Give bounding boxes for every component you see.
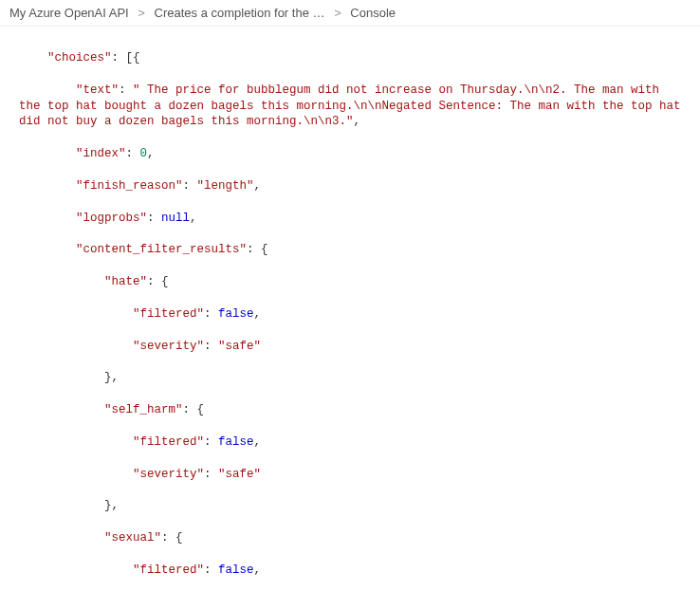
- json-bool-value: false: [218, 435, 254, 449]
- json-punct: :: [204, 468, 218, 481]
- json-string-value: "length": [197, 179, 254, 193]
- json-null-value: null: [161, 212, 190, 225]
- json-response: "choices": [{ "text": " The price for bu…: [9, 32, 691, 591]
- json-key: "severity": [133, 468, 204, 481]
- json-key: "logprobs": [76, 212, 147, 225]
- json-punct: : {: [183, 403, 205, 416]
- json-key: "filtered": [133, 563, 204, 577]
- json-punct: :: [183, 179, 197, 193]
- json-punct: ,: [254, 563, 262, 577]
- json-key: "severity": [133, 340, 204, 353]
- json-punct: :: [126, 147, 140, 160]
- json-key: "choices": [47, 51, 112, 65]
- json-number-value: 0: [140, 147, 148, 160]
- json-punct: },: [104, 371, 119, 384]
- json-punct: :: [147, 212, 161, 225]
- json-punct: :: [119, 83, 133, 97]
- breadcrumb-item-console[interactable]: Console: [350, 6, 396, 20]
- json-punct: :: [204, 435, 218, 449]
- json-key: "sexual": [104, 531, 161, 545]
- json-key: "index": [76, 147, 126, 160]
- breadcrumb-item-operation[interactable]: Creates a completion for the …: [155, 6, 325, 20]
- json-key: "filtered": [133, 435, 204, 449]
- json-punct: :: [204, 563, 218, 577]
- json-punct: : {: [147, 275, 169, 288]
- breadcrumb-item-api[interactable]: My Azure OpenAI API: [9, 6, 129, 20]
- json-key: "content_filter_results": [76, 243, 247, 256]
- json-punct: :: [204, 340, 218, 353]
- json-string-value: "safe": [218, 468, 261, 481]
- json-punct: ,: [254, 435, 262, 449]
- json-punct: :: [204, 307, 218, 321]
- json-key: "filtered": [133, 307, 204, 321]
- json-punct: : {: [247, 243, 268, 256]
- breadcrumb-sep: >: [334, 6, 341, 20]
- json-punct: : {: [161, 531, 183, 545]
- json-key: "hate": [104, 275, 147, 288]
- json-punct: ,: [147, 147, 155, 160]
- json-punct: : [{: [112, 51, 140, 65]
- json-punct: },: [104, 499, 119, 512]
- json-bool-value: false: [218, 563, 254, 577]
- json-string-value: "safe": [218, 340, 261, 353]
- breadcrumb-sep: >: [138, 6, 145, 20]
- json-key: "finish_reason": [76, 179, 183, 193]
- json-punct: ,: [354, 115, 361, 128]
- json-punct: ,: [190, 212, 197, 225]
- response-panel: "choices": [{ "text": " The price for bu…: [0, 27, 700, 591]
- json-bool-value: false: [218, 307, 254, 321]
- json-punct: ,: [254, 179, 262, 193]
- json-key: "self_harm": [104, 403, 183, 416]
- json-key: "text": [76, 83, 119, 97]
- json-punct: ,: [254, 307, 262, 321]
- breadcrumb: My Azure OpenAI API > Creates a completi…: [0, 0, 700, 27]
